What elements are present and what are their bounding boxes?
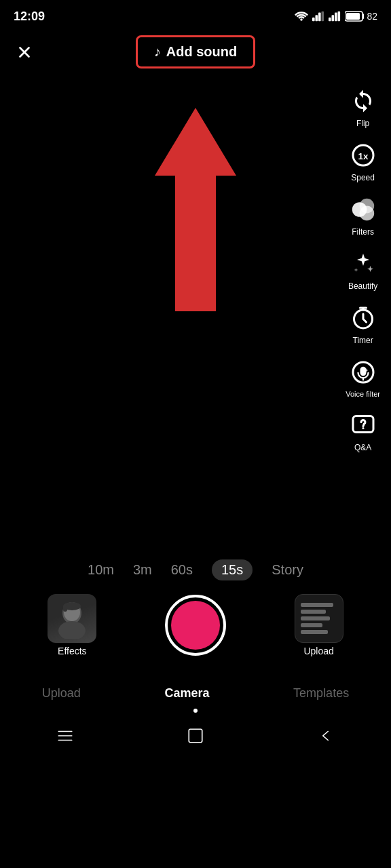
battery-level: 82 xyxy=(367,11,377,22)
record-button[interactable] xyxy=(165,595,226,656)
svg-rect-27 xyxy=(189,729,202,743)
nav-indicator xyxy=(0,706,391,718)
upload-label: Upload xyxy=(303,646,333,656)
status-time: 12:09 xyxy=(14,9,45,24)
upload-line-4 xyxy=(301,623,322,627)
sys-back-button[interactable] xyxy=(316,726,335,745)
upload-line-1 xyxy=(301,603,334,607)
speed-icon: 1x xyxy=(347,139,379,172)
spacer xyxy=(0,662,391,675)
wifi-icon xyxy=(295,11,308,22)
effects-label: Effects xyxy=(58,646,87,656)
flip-label: Flip xyxy=(356,119,369,128)
top-bar: ♪ Add sound xyxy=(0,30,391,74)
status-bar: 12:09 82 xyxy=(0,0,391,30)
upload-button[interactable]: Upload xyxy=(295,594,343,656)
svg-rect-7 xyxy=(338,12,341,21)
status-icons: 82 xyxy=(295,11,377,22)
back-icon xyxy=(317,727,335,745)
voice-filter-label: Voice filter xyxy=(346,390,380,398)
add-sound-button[interactable]: ♪ Add sound xyxy=(136,35,255,68)
svg-point-14 xyxy=(359,206,374,221)
filters-label: Filters xyxy=(352,227,374,237)
duration-3m[interactable]: 3m xyxy=(133,562,152,578)
svg-rect-23 xyxy=(63,605,67,612)
sys-menu-button[interactable] xyxy=(56,726,75,745)
duration-60s[interactable]: 60s xyxy=(171,562,193,578)
qa-label: Q&A xyxy=(354,443,371,452)
right-controls: Flip 1x Speed Filters xyxy=(343,81,383,456)
effects-button[interactable]: Effects xyxy=(48,594,96,656)
flip-icon xyxy=(347,85,379,117)
menu-icon xyxy=(56,727,74,745)
add-sound-label: Add sound xyxy=(166,44,237,60)
tab-templates[interactable]: Templates xyxy=(280,684,362,703)
nav-tabs: Upload Camera Templates xyxy=(0,675,391,706)
upload-preview xyxy=(295,597,343,639)
sys-home-button[interactable] xyxy=(186,726,205,745)
battery-icon: 82 xyxy=(345,11,377,22)
home-icon xyxy=(187,727,204,745)
timer-control[interactable]: Timer xyxy=(344,298,382,349)
svg-rect-0 xyxy=(312,18,315,21)
timer-label: Timer xyxy=(353,336,373,345)
duration-15s[interactable]: 15s xyxy=(212,559,253,580)
record-button-inner xyxy=(171,601,220,650)
svg-rect-9 xyxy=(346,13,360,20)
svg-rect-5 xyxy=(332,15,335,21)
filters-control[interactable]: Filters xyxy=(344,189,382,241)
svg-point-20 xyxy=(58,621,86,639)
beautify-control[interactable]: Beautify xyxy=(344,243,382,295)
svg-rect-4 xyxy=(329,18,331,21)
svg-rect-2 xyxy=(318,13,321,22)
close-icon xyxy=(16,43,33,61)
tab-camera[interactable]: Camera xyxy=(151,684,223,703)
timer-icon xyxy=(347,302,379,334)
beautify-label: Beautify xyxy=(348,281,377,291)
qa-icon xyxy=(347,409,379,441)
upload-line-3 xyxy=(301,616,330,620)
upload-line-2 xyxy=(301,610,327,614)
tab-upload[interactable]: Upload xyxy=(29,684,94,703)
flip-control[interactable]: Flip xyxy=(344,81,382,132)
effects-thumbnail xyxy=(48,594,96,643)
close-button[interactable] xyxy=(11,39,38,66)
record-button-wrapper xyxy=(165,595,226,656)
voice-filter-control[interactable]: Voice filter xyxy=(343,352,383,402)
svg-text:1x: 1x xyxy=(358,151,369,161)
svg-rect-6 xyxy=(335,13,337,22)
system-nav xyxy=(0,718,391,756)
bottom-controls: Effects Upload xyxy=(0,586,391,662)
duration-10m[interactable]: 10m xyxy=(88,562,114,578)
music-note-icon: ♪ xyxy=(154,44,161,60)
arrow-shaft xyxy=(175,176,216,311)
voice-filter-icon xyxy=(347,356,379,389)
upload-thumbnail xyxy=(295,594,343,643)
signal-icon xyxy=(312,11,324,22)
camera-view: Flip 1x Speed Filters xyxy=(0,74,391,549)
duration-bar: 10m 3m 60s 15s Story xyxy=(0,549,391,586)
nav-dot xyxy=(193,709,198,713)
red-arrow-annotation xyxy=(155,108,236,311)
person-silhouette xyxy=(48,594,96,643)
qa-control[interactable]: Q&A xyxy=(344,405,382,456)
svg-rect-1 xyxy=(316,15,318,21)
duration-story[interactable]: Story xyxy=(272,562,303,578)
arrow-head xyxy=(155,108,236,176)
svg-point-18 xyxy=(362,427,364,429)
signal-icon-2 xyxy=(329,11,341,22)
beautify-icon xyxy=(347,248,379,280)
battery-svg xyxy=(345,11,365,22)
upload-line-5 xyxy=(301,630,329,634)
filters-icon xyxy=(347,193,379,226)
speed-label: Speed xyxy=(351,173,375,182)
speed-control[interactable]: 1x Speed xyxy=(344,135,382,186)
svg-rect-3 xyxy=(322,12,324,21)
